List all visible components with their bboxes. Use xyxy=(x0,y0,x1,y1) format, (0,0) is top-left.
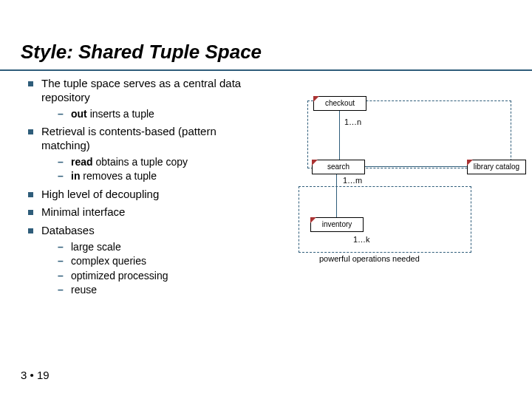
bullet-text: The tuple space serves as a central data… xyxy=(41,77,241,103)
node-search: search xyxy=(312,160,365,174)
node-checkout: checkout xyxy=(313,96,366,111)
sub-item: complex queries xyxy=(41,255,266,268)
multiplicity-label: 1…k xyxy=(353,235,370,244)
sub-item: out inserts a tuple xyxy=(41,108,266,121)
diagram: checkout search library catalog inventor… xyxy=(266,77,511,321)
node-label: inventory xyxy=(322,220,352,228)
node-label: checkout xyxy=(325,99,355,107)
bullet-text: Databases xyxy=(41,224,95,236)
title-divider xyxy=(0,69,532,71)
sub-text: inserts a tuple xyxy=(87,108,154,120)
connector-line xyxy=(339,111,340,160)
bullet-column: The tuple space serves as a central data… xyxy=(21,77,266,321)
bullet-item: High level of decoupling xyxy=(25,188,266,202)
bullet-item: Databases large scale complex queries op… xyxy=(25,224,266,297)
sub-text: obtains a tuple copy xyxy=(93,156,188,168)
node-label: library catalog xyxy=(474,163,519,171)
slide-title: Style: Shared Tuple Space xyxy=(21,41,511,66)
diagram-note: powerful operations needed xyxy=(319,254,420,263)
node-inventory: inventory xyxy=(310,217,364,232)
sub-item: read obtains a tuple copy xyxy=(41,156,266,169)
fold-corner-icon xyxy=(467,160,473,166)
connector-line xyxy=(365,166,467,167)
fold-corner-icon xyxy=(313,96,319,102)
keyword: read xyxy=(71,156,93,168)
keyword: out xyxy=(71,108,87,120)
sub-text: removes a tuple xyxy=(80,170,157,182)
bullet-item: Minimal interface xyxy=(25,205,266,219)
bullet-item: The tuple space serves as a central data… xyxy=(25,77,266,120)
node-label: search xyxy=(327,163,349,171)
multiplicity-label: 1…n xyxy=(344,117,361,126)
multiplicity-label: 1…m xyxy=(343,176,362,185)
sub-item: in removes a tuple xyxy=(41,170,266,183)
bullet-item: Retrieval is contents-based (pattern mat… xyxy=(25,125,266,183)
sub-item: large scale xyxy=(41,241,266,254)
fold-corner-icon xyxy=(312,160,318,166)
connector-line xyxy=(336,174,337,217)
fold-corner-icon xyxy=(310,217,316,223)
sub-item: optimized processing xyxy=(41,270,266,283)
bullet-text: Retrieval is contents-based (pattern mat… xyxy=(41,125,216,151)
keyword: in xyxy=(71,170,80,182)
sub-item: reuse xyxy=(41,284,266,297)
slide-number: 3 • 19 xyxy=(21,369,50,381)
node-library-catalog: library catalog xyxy=(467,160,526,174)
